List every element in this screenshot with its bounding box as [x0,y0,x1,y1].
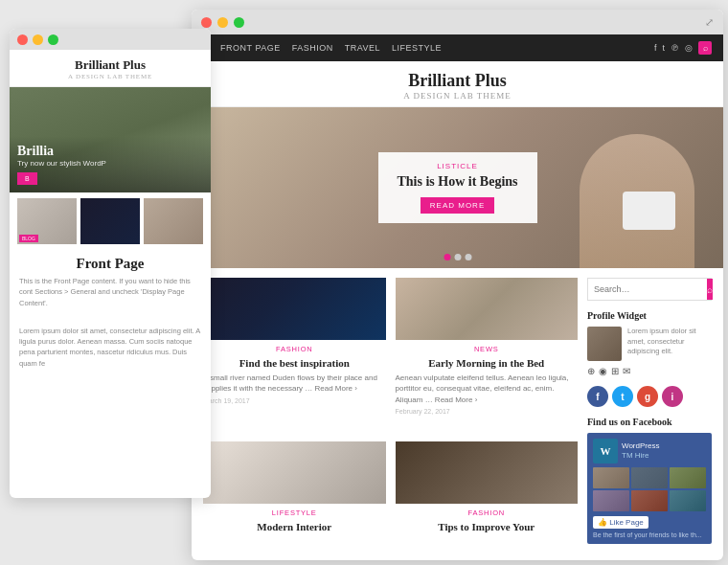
search-button[interactable]: ⌕ [707,279,713,300]
small-thumb-badge-1: BLOG [19,235,38,242]
slider-dot-1[interactable] [444,254,450,260]
dot-red-small[interactable] [17,34,28,45]
article-title-1[interactable]: Find the best inspiration [203,356,386,370]
fb-thumb-1 [593,467,629,488]
search-nav-button[interactable]: ⌕ [698,41,712,55]
hero-cup-decoration [623,192,675,230]
articles-grid: FASHION Find the best inspiration A smal… [203,278,578,554]
twitter-nav-icon[interactable]: t [662,43,665,53]
small-thumbs: BLOG [10,192,211,250]
sidebar: ⌕ Profile Widget Lorem ipsum dolor sit a… [587,278,712,554]
profile-twitter-icon[interactable]: ◉ [599,366,607,376]
slider-dots [444,254,471,260]
small-hero-title: Brillia [17,144,203,159]
article-meta-1: March 19, 2017 [203,397,386,404]
nav-right: f t ℗ ◎ ⌕ [654,41,712,55]
fb-thumb-5 [631,490,668,511]
article-card-3: LIFESTYLE Modern Interior [203,441,386,554]
article-title-4[interactable]: Tips to Improve Your [396,520,579,533]
dot-yellow-main[interactable] [217,17,228,28]
hero-category: LISTICLE [397,162,517,170]
small-browser: Brilliant Plus A Design Lab Theme Brilli… [10,29,211,498]
instagram-nav-icon[interactable]: ◎ [685,43,693,53]
facebook-widget-title: Find us on Facebook [587,417,712,427]
article-cat-3: LIFESTYLE [203,508,386,517]
fb-thumb-2 [631,467,668,488]
fb-thumb-4 [593,490,629,511]
facebook-widget: Find us on Facebook W WordPress TM Hire [587,417,712,544]
pinterest-nav-icon[interactable]: ℗ [671,43,679,53]
profile-avatar [587,327,622,361]
dot-red-main[interactable] [201,17,212,28]
profile-widget-title: Profile Widget [587,310,712,321]
article-excerpt-1: A small river named Duden flows by their… [203,373,386,394]
profile-mail-icon[interactable]: ✉ [623,366,630,376]
profile-text: Lorem ipsum dolor sit amet, consectetur … [627,327,712,361]
nav-left: ⌂ FRONT PAGE FASHION TRAVEL LIFESTYLE [203,43,442,54]
social-twitter-button[interactable]: t [612,386,633,407]
expand-icon[interactable]: ⤢ [705,16,714,29]
facebook-box: W WordPress TM Hire 👍 Li [587,433,712,544]
fb-thumb-6 [670,490,706,511]
small-hero-overlay: Brillia Try now our stylish WordP B [10,136,211,192]
article-title-2[interactable]: Early Morning in the Bed [396,356,579,370]
facebook-header: W WordPress TM Hire [593,439,706,463]
fb-page-name: WordPress [622,441,659,451]
site-title: Brilliant Plus [192,71,723,91]
article-excerpt-2: Aenean vulputate eleifend tellus. Aenean… [396,373,579,405]
social-instagram-button[interactable]: i [662,386,683,407]
small-fp-text2: Lorem ipsum dolor sit amet, consectetur … [19,326,201,369]
profile-icons: ⊕ ◉ ⊞ ✉ [587,366,712,376]
profile-facebook-icon[interactable]: ⊕ [587,366,595,376]
small-browser-titlebar [10,29,211,50]
facebook-like-button[interactable]: 👍 Like Page [593,516,648,529]
site-subtitle: A Design Lab Theme [192,91,723,101]
nav-item-lifestyle[interactable]: LIFESTYLE [392,43,442,53]
main-content-area: FASHION Find the best inspiration A smal… [192,268,723,560]
facebook-page-info: WordPress TM Hire [622,441,659,460]
search-input[interactable] [588,279,707,300]
nav-item-frontpage[interactable]: FRONT PAGE [220,43,281,53]
article-card-2: NEWS Early Morning in the Bed Aenean vul… [396,278,579,432]
dot-green-main[interactable] [234,17,244,28]
profile-rss-icon[interactable]: ⊞ [611,366,619,376]
article-thumb-2 [396,278,579,340]
wordpress-logo: W [593,439,618,463]
profile-widget: Profile Widget Lorem ipsum dolor sit ame… [587,310,712,376]
dot-yellow-small[interactable] [33,34,43,45]
article-meta-2: February 22, 2017 [396,408,579,415]
article-title-3[interactable]: Modern Interior [203,520,386,533]
main-browser: ⤢ ⌂ FRONT PAGE FASHION TRAVEL LIFESTYLE … [192,10,723,560]
social-icons-row: f t g i [587,386,712,407]
small-hero-slider: Brillia Try now our stylish WordP B [10,87,211,192]
slider-dot-3[interactable] [465,254,471,260]
facebook-nav-icon[interactable]: f [654,43,657,53]
small-hero-btn[interactable]: B [17,172,37,185]
small-thumb-2 [80,198,140,244]
article-thumb-4 [396,441,579,504]
article-thumb-3 [203,441,386,504]
search-box: ⌕ [587,278,712,301]
social-google-button[interactable]: g [637,386,658,407]
small-fp-title: Front Page [19,256,201,272]
fb-page-sub: TM Hire [622,451,659,461]
hero-slider: LISTICLE This is How it Begins READ MORE [192,107,723,268]
small-frontpage-section: Front Page This is the Front Page conten… [10,250,211,374]
hero-read-more-button[interactable]: READ MORE [421,197,494,214]
nav-item-fashion[interactable]: FASHION [292,43,333,53]
article-cat-4: FASHION [396,508,579,517]
article-cat-1: FASHION [203,345,386,353]
small-thumb-1: BLOG [17,198,77,244]
small-site-title: Brilliant Plus [10,57,211,73]
hero-overlay: LISTICLE This is How it Begins READ MORE [377,152,536,223]
article-thumb-1 [203,278,386,340]
dot-green-small[interactable] [48,34,58,45]
nav-item-travel[interactable]: TRAVEL [345,43,380,53]
slider-dot-2[interactable] [454,254,461,260]
article-card-1: FASHION Find the best inspiration A smal… [203,278,386,432]
small-thumb-3 [144,198,203,244]
social-facebook-button[interactable]: f [587,386,608,407]
facebook-caption: Be the first of your friends to like th.… [593,531,706,538]
main-browser-titlebar: ⤢ [192,10,723,34]
small-hero-sub: Try now our stylish WordP [17,159,203,168]
